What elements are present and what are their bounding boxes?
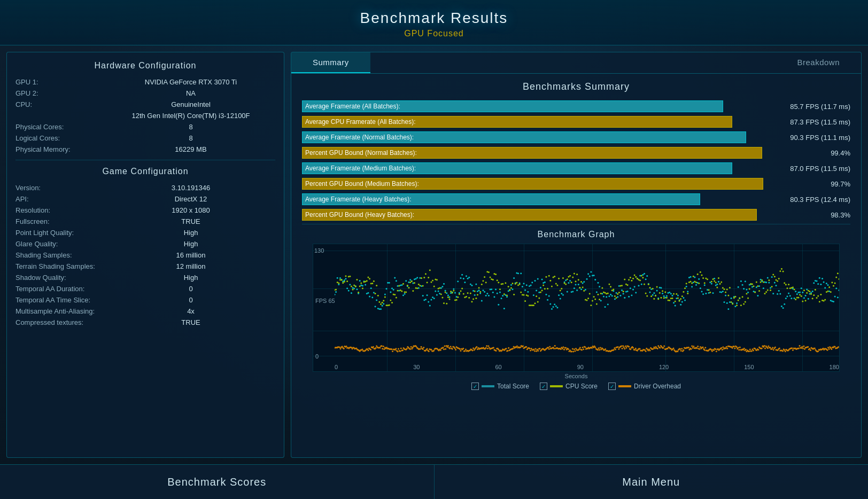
legend-color-total	[482, 385, 494, 387]
bench-row-1: Average CPU Framerate (All Batches):87.3…	[302, 115, 850, 128]
x-labels: 0 30 60 90 120 150 180	[335, 364, 839, 370]
left-panel: Hardware Configuration GPU 1: NVIDIA GeF…	[6, 52, 284, 458]
hardware-config-title: Hardware Configuration	[15, 61, 275, 71]
bench-row-7: Percent GPU Bound (Heavy Batches):98.3%	[302, 208, 850, 221]
header-subtitle: GPU Focused	[11, 29, 857, 38]
config-msaa: Multisample Anti-Aliasing: 4x	[15, 307, 275, 315]
legend-color-driver	[618, 385, 631, 387]
y-label-fps: FPS 65	[315, 298, 335, 304]
right-panel: Summary Breakdown Benchmarks Summary Ave…	[291, 52, 862, 458]
config-point-light: Point Light Quality: High	[15, 229, 275, 237]
benchmark-scores-button[interactable]: Benchmark Scores	[0, 465, 435, 499]
tab-summary[interactable]: Summary	[291, 52, 370, 73]
config-gpu1: GPU 1: NVIDIA GeForce RTX 3070 Ti	[15, 78, 275, 86]
config-logical-cores: Logical Cores: 8	[15, 134, 275, 142]
bench-row-6: Average Framerate (Heavy Batches):80.3 F…	[302, 193, 850, 206]
header: Benchmark Results GPU Focused	[0, 0, 868, 45]
bench-row-4: Average Framerate (Medium Batches):87.0 …	[302, 162, 850, 175]
config-resolution: Resolution: 1920 x 1080	[15, 206, 275, 214]
legend-cpu-score: ✓ CPU Score	[540, 383, 598, 390]
legend-check-cpu[interactable]: ✓	[540, 383, 547, 390]
bench-row-3: Percent GPU Bound (Normal Batches):99.4%	[302, 146, 850, 159]
main-menu-button[interactable]: Main Menu	[435, 465, 869, 499]
config-taa-duration: Temporal AA Duration: 0	[15, 285, 275, 293]
bench-row-2: Average Framerate (Normal Batches):90.3 …	[302, 131, 850, 144]
footer: Benchmark Scores Main Menu	[0, 464, 868, 499]
config-terrain-shading: Terrain Shading Samples: 12 million	[15, 262, 275, 270]
config-glare: Glare Quality: High	[15, 240, 275, 248]
content-area: Hardware Configuration GPU 1: NVIDIA GeF…	[0, 45, 868, 464]
legend-check-total[interactable]: ✓	[471, 383, 479, 390]
config-gpu2: GPU 2: NA	[15, 89, 275, 97]
config-memory: Physical Memory: 16229 MB	[15, 145, 275, 153]
graph-area: 130 FPS 65 0 0 30 60 90 120 150	[313, 244, 840, 372]
bench-row-0: Average Framerate (All Batches):85.7 FPS…	[302, 100, 850, 113]
graph-legend: ✓ Total Score ✓ CPU Score ✓ Drive	[313, 383, 840, 390]
benchmarks-summary-title: Benchmarks Summary	[302, 81, 850, 92]
legend-driver-overhead: ✓ Driver Overhead	[608, 383, 681, 390]
config-shading: Shading Samples: 16 million	[15, 251, 275, 259]
tab-bar: Summary Breakdown	[291, 52, 861, 74]
graph-section: Benchmark Graph	[302, 224, 850, 395]
page-title: Benchmark Results	[11, 10, 857, 27]
config-taa-slice: Temporal AA Time Slice: 0	[15, 296, 275, 304]
y-label-0: 0	[315, 353, 319, 360]
y-label-130: 130	[314, 247, 324, 254]
x-axis-label: Seconds	[313, 373, 840, 379]
config-compressed: Compressed textures: TRUE	[15, 318, 275, 326]
config-cpu: CPU: GenuineIntel	[15, 100, 275, 108]
config-cpu-model: 12th Gen Intel(R) Core(TM) i3-12100F	[15, 112, 275, 120]
benchmark-rows: Average Framerate (All Batches):85.7 FPS…	[302, 100, 850, 221]
config-version: Version: 3.10.191346	[15, 184, 275, 192]
legend-check-driver[interactable]: ✓	[608, 383, 616, 390]
legend-color-cpu	[550, 385, 563, 387]
config-fullscreen: Fullscreen: TRUE	[15, 217, 275, 225]
legend-total-score: ✓ Total Score	[471, 383, 529, 390]
tab-breakdown[interactable]: Breakdown	[776, 52, 861, 73]
game-config-title: Game Configuration	[15, 167, 275, 176]
bench-row-5: Percent GPU Bound (Medium Batches):99.7%	[302, 177, 850, 190]
config-shadow: Shadow Quality: High	[15, 274, 275, 282]
summary-section: Benchmarks Summary Average Framerate (Al…	[291, 74, 861, 457]
config-api: API: DirectX 12	[15, 195, 275, 203]
config-physical-cores: Physical Cores: 8	[15, 123, 275, 131]
graph-title: Benchmark Graph	[313, 230, 840, 239]
